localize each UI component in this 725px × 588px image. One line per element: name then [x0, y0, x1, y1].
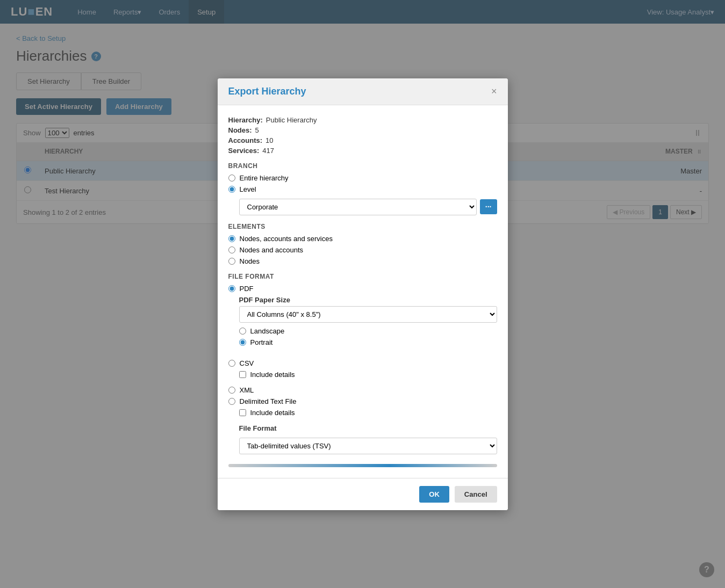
hierarchy-info: Hierarchy: Public Hierarchy	[228, 116, 497, 124]
format-csv-option[interactable]: CSV	[228, 359, 497, 367]
branch-level-radio[interactable]	[228, 186, 235, 193]
level-dropdown-row: Corporate Division Department ···	[239, 199, 497, 215]
modal-body: Hierarchy: Public Hierarchy Nodes: 5 Acc…	[218, 105, 508, 478]
modal-close-button[interactable]: ×	[491, 86, 497, 96]
format-xml-option[interactable]: XML	[228, 386, 497, 394]
services-info: Services: 417	[228, 147, 497, 155]
delimited-include-details-checkbox[interactable]	[239, 409, 246, 416]
level-dots-button[interactable]: ···	[480, 199, 497, 214]
elements-nodes-accounts-radio[interactable]	[228, 246, 235, 253]
level-select[interactable]: Corporate Division Department	[239, 199, 477, 215]
pdf-sub-section: PDF Paper Size All Columns (40" x 8.5") …	[239, 296, 497, 352]
file-format-select[interactable]: Tab-delimited values (TSV) Comma-delimit…	[239, 438, 497, 454]
branch-radio-group: Entire hierarchy Level	[228, 174, 497, 193]
modal-header: Export Hierarchy ×	[218, 78, 508, 105]
file-format-radio-group: PDF PDF Paper Size All Columns (40" x 8.…	[228, 285, 497, 459]
format-pdf-option[interactable]: PDF	[228, 285, 497, 293]
cancel-button[interactable]: Cancel	[455, 486, 497, 503]
scroll-hint	[228, 464, 497, 467]
orientation-portrait-radio[interactable]	[239, 339, 246, 346]
pdf-paper-size-select[interactable]: All Columns (40" x 8.5") Letter (8.5" x …	[239, 306, 497, 323]
orientation-landscape-radio[interactable]	[239, 328, 246, 335]
elements-header: ELEMENTS	[228, 223, 497, 230]
export-hierarchy-modal: Export Hierarchy × Hierarchy: Public Hie…	[218, 78, 508, 510]
format-xml-radio[interactable]	[228, 387, 235, 394]
accounts-info: Accounts: 10	[228, 136, 497, 144]
modal-overlay: Export Hierarchy × Hierarchy: Public Hie…	[0, 0, 725, 588]
format-pdf-radio[interactable]	[228, 285, 235, 292]
orientation-landscape-option[interactable]: Landscape	[239, 327, 497, 335]
branch-entire-radio[interactable]	[228, 175, 235, 182]
file-format-select-wrap: Tab-delimited values (TSV) Comma-delimit…	[239, 438, 497, 454]
ok-button[interactable]: OK	[419, 486, 449, 503]
branch-header: BRANCH	[228, 162, 497, 170]
format-delimited-radio[interactable]	[228, 398, 235, 405]
format-csv-radio[interactable]	[228, 360, 235, 367]
file-format-header: FILE FORMAT	[228, 273, 497, 280]
format-delimited-option[interactable]: Delimited Text File	[228, 397, 497, 405]
nodes-info: Nodes: 5	[228, 126, 497, 134]
elements-nodes-accounts-option[interactable]: Nodes and accounts	[228, 246, 497, 254]
elements-all-radio[interactable]	[228, 235, 235, 242]
modal-footer: OK Cancel	[218, 478, 508, 510]
elements-nodes-option[interactable]: Nodes	[228, 257, 497, 265]
csv-include-details-checkbox[interactable]	[239, 371, 246, 378]
file-format-sub-label: File Format	[239, 424, 497, 432]
orientation-portrait-option[interactable]: Portrait	[239, 338, 497, 346]
branch-level-option[interactable]: Level	[228, 185, 497, 193]
delimited-include-details-option[interactable]: Include details	[239, 409, 497, 417]
modal-title: Export Hierarchy	[228, 86, 306, 97]
elements-all-option[interactable]: Nodes, accounts and services	[228, 235, 497, 243]
csv-include-details-option[interactable]: Include details	[239, 371, 497, 379]
pdf-paper-size-label: PDF Paper Size	[239, 296, 497, 304]
orientation-radio-group: Landscape Portrait	[239, 327, 497, 346]
elements-radio-group: Nodes, accounts and services Nodes and a…	[228, 235, 497, 265]
elements-nodes-radio[interactable]	[228, 258, 235, 265]
branch-entire-option[interactable]: Entire hierarchy	[228, 174, 497, 182]
